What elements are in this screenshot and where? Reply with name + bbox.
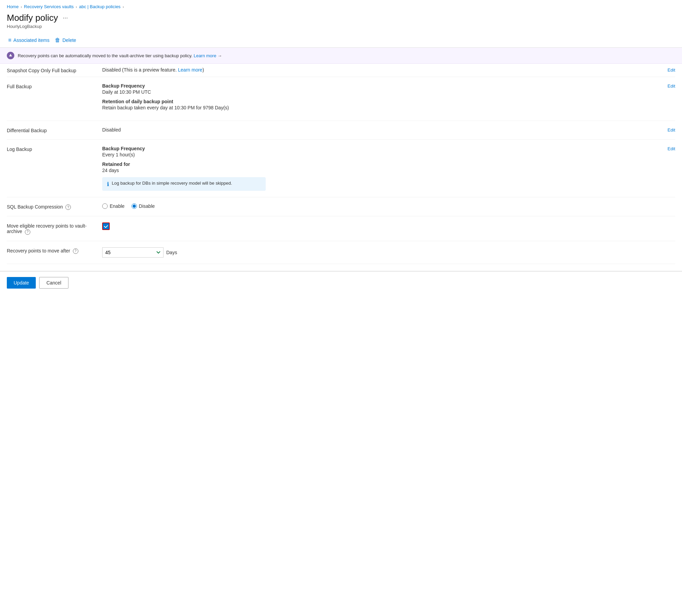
sql-compression-enable-label: Enable: [110, 203, 125, 209]
sql-compression-enable-radio[interactable]: [102, 203, 108, 209]
log-backup-edit-link[interactable]: Edit: [668, 146, 675, 151]
breadcrumb-sep-3: ›: [123, 5, 124, 9]
differential-backup-value: Disabled: [102, 127, 661, 133]
vault-archive-checkbox[interactable]: [102, 222, 110, 230]
snapshot-details: Disabled (This is a preview feature. Lea…: [102, 67, 661, 73]
toolbar: ≡ Associated items 🗑 Delete: [0, 33, 682, 48]
delete-button[interactable]: 🗑 Delete: [53, 36, 80, 45]
info-circle-icon: ℹ: [107, 181, 109, 187]
vault-archive-help-icon[interactable]: ?: [25, 229, 30, 235]
sql-compression-help-icon[interactable]: ?: [65, 204, 71, 210]
sql-compression-details: Enable Disable: [102, 203, 675, 209]
full-backup-edit-link[interactable]: Edit: [668, 83, 675, 89]
snapshot-learn-more[interactable]: Learn more: [178, 67, 203, 73]
recovery-points-select[interactable]: 45 30 60 90: [102, 247, 164, 258]
full-backup-retention-value: Retain backup taken every day at 10:30 P…: [102, 105, 661, 110]
recovery-points-details: 45 30 60 90 Days: [102, 247, 675, 258]
sql-compression-label: SQL Backup Compression ?: [7, 203, 102, 210]
full-backup-details: Backup Frequency Daily at 10:30 PM UTC R…: [102, 83, 661, 114]
log-backup-row: Log Backup Backup Frequency Every 1 hour…: [7, 140, 675, 197]
breadcrumb: Home › Recovery Services vaults › abc | …: [0, 0, 682, 11]
log-backup-retained-label: Retained for: [102, 161, 661, 167]
delete-icon: 🗑: [55, 37, 60, 43]
log-backup-retained: Retained for 24 days: [102, 161, 661, 173]
differential-backup-details: Disabled: [102, 127, 661, 133]
full-backup-edit-wrapper: Edit: [661, 83, 675, 89]
recovery-points-label: Recovery points to move after ?: [7, 247, 102, 254]
log-backup-retained-value: 24 days: [102, 168, 661, 173]
log-backup-frequency-label: Backup Frequency: [102, 146, 661, 151]
full-backup-retention: Retention of daily backup point Retain b…: [102, 99, 661, 110]
recovery-points-row: Recovery points to move after ? 45 30 60…: [7, 241, 675, 264]
footer: Update Cancel: [0, 271, 682, 294]
breadcrumb-policies[interactable]: abc | Backup policies: [79, 4, 121, 9]
associated-items-label: Associated items: [13, 37, 49, 43]
snapshot-edit-link[interactable]: Edit: [668, 67, 675, 73]
snapshot-value: Disabled (This is a preview feature. Lea…: [102, 67, 204, 73]
log-backup-frequency: Backup Frequency Every 1 hour(s): [102, 146, 661, 157]
info-banner-icon: [7, 52, 14, 59]
differential-backup-row: Differential Backup Disabled Edit: [7, 121, 675, 140]
delete-label: Delete: [62, 37, 76, 43]
differential-backup-edit-link[interactable]: Edit: [668, 127, 675, 133]
info-banner-learn-more[interactable]: Learn more: [193, 53, 216, 58]
breadcrumb-vaults[interactable]: Recovery Services vaults: [24, 4, 74, 9]
full-backup-frequency: Backup Frequency Daily at 10:30 PM UTC: [102, 83, 661, 95]
breadcrumb-home[interactable]: Home: [7, 4, 19, 9]
vault-archive-label: Move eligible recovery points to vault-a…: [7, 222, 102, 234]
associated-items-button[interactable]: ≡ Associated items: [7, 36, 53, 45]
sql-compression-disable-label: Disable: [139, 203, 155, 209]
info-banner-text: Recovery points can be automatically mov…: [18, 53, 222, 58]
full-backup-row: Full Backup Backup Frequency Daily at 10…: [7, 77, 675, 121]
cancel-button[interactable]: Cancel: [39, 277, 68, 289]
vault-archive-row: Move eligible recovery points to vault-a…: [7, 216, 675, 241]
full-backup-frequency-label: Backup Frequency: [102, 83, 661, 89]
log-backup-edit-wrapper: Edit: [661, 146, 675, 151]
log-backup-info-box: ℹ Log backup for DBs in simple recovery …: [102, 177, 266, 191]
full-backup-frequency-value: Daily at 10:30 PM UTC: [102, 89, 661, 95]
sql-compression-row: SQL Backup Compression ? Enable Disable: [7, 197, 675, 216]
log-backup-info-text: Log backup for DBs in simple recovery mo…: [112, 181, 232, 186]
snapshot-label: Snapshot Copy Only Full backup: [7, 67, 102, 73]
vault-archive-checkbox-wrapper: [102, 222, 675, 230]
sql-compression-radio-group: Enable Disable: [102, 203, 675, 209]
snapshot-row: Snapshot Copy Only Full backup Disabled …: [7, 64, 675, 77]
full-backup-label: Full Backup: [7, 83, 102, 89]
differential-backup-label: Differential Backup: [7, 127, 102, 133]
info-banner-arrow: →: [218, 53, 222, 58]
breadcrumb-sep-2: ›: [76, 5, 77, 9]
page-title: Modify policy: [7, 13, 58, 23]
info-banner: Recovery points can be automatically mov…: [0, 48, 682, 64]
page-header: Modify policy ··· HourlyLogBackup: [0, 11, 682, 33]
recovery-points-unit: Days: [166, 250, 177, 255]
snapshot-edit-wrapper: Edit: [661, 67, 675, 73]
sql-compression-disable-option[interactable]: Disable: [131, 203, 155, 209]
differential-backup-edit-wrapper: Edit: [661, 127, 675, 133]
vault-archive-details: [102, 222, 675, 230]
recovery-points-help-icon[interactable]: ?: [73, 248, 78, 254]
full-backup-retention-label: Retention of daily backup point: [102, 99, 661, 104]
log-backup-label: Log Backup: [7, 146, 102, 152]
log-backup-details: Backup Frequency Every 1 hour(s) Retaine…: [102, 146, 661, 191]
associated-items-icon: ≡: [8, 37, 11, 43]
more-options-button[interactable]: ···: [61, 14, 70, 22]
sql-compression-enable-option[interactable]: Enable: [102, 203, 125, 209]
log-backup-frequency-value: Every 1 hour(s): [102, 152, 661, 157]
content-area: Snapshot Copy Only Full backup Disabled …: [0, 64, 682, 264]
update-button[interactable]: Update: [7, 277, 36, 289]
recovery-points-dropdown-wrapper: 45 30 60 90 Days: [102, 247, 675, 258]
sql-compression-disable-radio[interactable]: [131, 203, 137, 209]
page-subtitle: HourlyLogBackup: [7, 24, 675, 29]
breadcrumb-sep-1: ›: [21, 5, 22, 9]
